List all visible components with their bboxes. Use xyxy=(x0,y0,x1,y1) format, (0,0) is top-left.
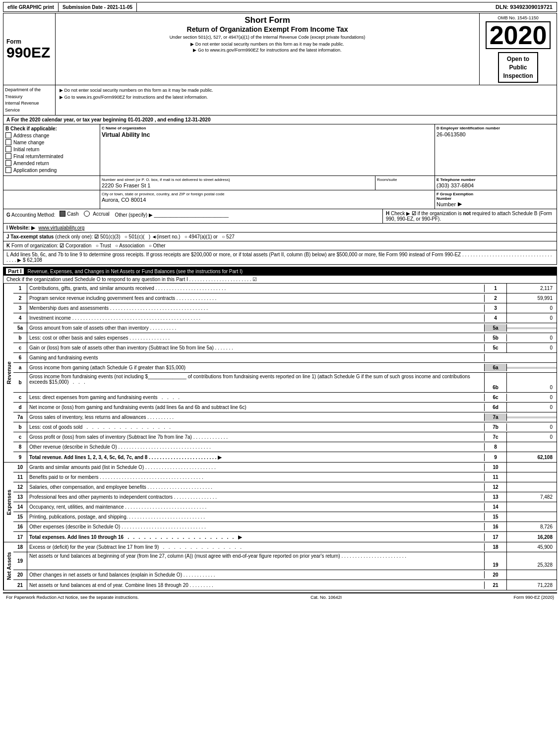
group-exemption-label: F Group Exemption Number xyxy=(436,192,555,201)
line-6c-ref: 6c xyxy=(485,394,507,401)
line-15-amount xyxy=(507,516,557,518)
line-9-row: 9 Total revenue. Add lines 1, 2, 3, 4, 5… xyxy=(13,452,557,462)
line-6b-desc: Gross income from fundraising events (no… xyxy=(27,373,485,392)
line-6b-ref: 6b xyxy=(485,373,507,392)
address-label: Number and street (or P. O. box, if mail… xyxy=(102,177,373,182)
line-16-num: 16 xyxy=(13,522,27,531)
line-18-row: 18 Excess or (deficit) for the year (Sub… xyxy=(13,542,557,552)
page: efile GRAPHIC print Submission Date - 20… xyxy=(0,0,560,603)
check-initial-return[interactable]: Initial return xyxy=(5,146,98,152)
line-4-ref: 4 xyxy=(485,313,507,323)
under-section: Under section 501(c), 527, or 4947(a)(1)… xyxy=(60,35,475,40)
check-amended-return[interactable]: Amended return xyxy=(5,160,98,166)
line-5a-row: 5a Gross amount from sale of assets othe… xyxy=(13,323,557,333)
dept-info: Department of theTreasuryInternal Revenu… xyxy=(3,85,56,115)
line-9-desc: Total revenue. Add lines 1, 2, 3, 4, 5c,… xyxy=(27,454,485,461)
ein-value: 26-0613580 xyxy=(436,130,555,137)
line-18-ref: 18 xyxy=(485,542,507,552)
net-assets-side-label: Net Assets xyxy=(3,542,13,590)
line-3-amount: 0 xyxy=(507,304,557,312)
line-1-num: 1 xyxy=(13,284,27,293)
ein-label: D Employer identification number xyxy=(436,126,555,130)
checkbox-amended-return[interactable] xyxy=(5,160,11,166)
line-21-num: 21 xyxy=(13,580,27,590)
line-17-ref: 17 xyxy=(485,532,507,542)
expenses-section: Expenses 10 Grants and similar amounts p… xyxy=(3,463,557,542)
address-value: 2220 So Fraser St 1 xyxy=(102,182,373,188)
ssn-info-line: ▶ Do not enter social security numbers o… xyxy=(60,87,553,94)
line-1-amount: 2,117 xyxy=(507,285,557,292)
line-12-desc: Salaries, other compensation, and employ… xyxy=(27,483,485,491)
checkbox-address-change[interactable] xyxy=(5,132,11,138)
line-19-row: 19 Net assets or fund balances at beginn… xyxy=(13,552,557,570)
line-16-ref: 16 xyxy=(485,522,507,531)
line-7b-ref: 7b xyxy=(485,423,507,431)
line-13-ref: 13 xyxy=(485,492,507,502)
line-9-amount: 62,108 xyxy=(507,454,557,461)
line-6c-num: c xyxy=(13,393,27,402)
line-2-row: 2 Program service revenue including gove… xyxy=(13,293,557,303)
line-21-amount: 71,228 xyxy=(507,582,557,589)
ssn-warning: ▶ Do not enter social security numbers o… xyxy=(60,42,475,47)
line-12-amount xyxy=(507,486,557,488)
line-6a-desc: Gross income from gaming (attach Schedul… xyxy=(27,364,485,371)
line-6d-ref: 6d xyxy=(485,403,507,412)
checkbox-application-pending[interactable] xyxy=(5,167,11,173)
check-address-change[interactable]: Address change xyxy=(5,132,98,138)
line-14-row: 14 Occupancy, rent, utilities, and maint… xyxy=(13,502,557,512)
line-14-num: 14 xyxy=(13,502,27,512)
line-7b-num: b xyxy=(13,422,27,432)
check-application-pending[interactable]: Application pending xyxy=(5,167,98,173)
checkbox-name-change[interactable] xyxy=(5,139,11,145)
line-7b-row: b Less: cost of goods sold . . . . . . .… xyxy=(13,422,557,432)
check-name-change[interactable]: Name change xyxy=(5,139,98,145)
line-6d-row: d Net income or (loss) from gaming and f… xyxy=(13,403,557,412)
line-21-desc: Net assets or fund balances at end of ye… xyxy=(27,582,485,589)
line-8-amount xyxy=(507,446,557,448)
line-6b-row: b Gross income from fundraising events (… xyxy=(13,373,557,393)
k-section: K Form of organization: ☑ Corporation ○ … xyxy=(3,241,557,250)
line-16-row: 16 Other expenses (describe in Schedule … xyxy=(13,522,557,532)
line-6-header: 6 Gaming and fundraising events xyxy=(13,353,557,363)
cash-checkbox[interactable] xyxy=(60,211,65,217)
goto-info-line: ▶ Go to www.irs.gov/Form990EZ for instru… xyxy=(60,94,553,101)
line-8-num: 8 xyxy=(13,442,27,452)
line-17-row: 17 Total expenses. Add lines 10 through … xyxy=(13,532,557,542)
line-5a-amount xyxy=(507,327,557,329)
footer-form-ref: Form 990-EZ (2020) xyxy=(513,595,554,600)
line-7b-desc: Less: cost of goods sold . . . . . . . .… xyxy=(27,423,485,431)
line-18-num: 18 xyxy=(13,542,27,552)
line-4-desc: Investment income . . . . . . . . . . . … xyxy=(27,314,485,322)
line-6d-num: d xyxy=(13,403,27,412)
accrual-radio[interactable] xyxy=(84,211,90,217)
g-section: G Accounting Method: Cash Accrual Other … xyxy=(3,209,383,223)
omb-number: OMB No. 1545-1150 xyxy=(498,15,539,20)
line-1-desc: Contributions, gifts, grants, and simila… xyxy=(27,285,485,292)
line-5c-row: c Gain or (loss) from sale of assets oth… xyxy=(13,343,557,353)
line-12-row: 12 Salaries, other compensation, and emp… xyxy=(13,482,557,492)
submission-date: Submission Date - 2021-11-05 xyxy=(59,3,137,11)
line-18-desc: Excess or (deficit) for the year (Subtra… xyxy=(27,543,485,551)
check-final-return[interactable]: Final return/terminated xyxy=(5,153,98,159)
line-7c-ref: 7c xyxy=(485,432,507,442)
line-15-num: 15 xyxy=(13,512,27,522)
checkbox-final-return[interactable] xyxy=(5,153,11,159)
line-1-row: 1 Contributions, gifts, grants, and simi… xyxy=(13,284,557,293)
tax-exempt-section: J Tax-exempt status (check only one): ☑ … xyxy=(3,233,557,241)
line-7b-amount: 0 xyxy=(507,423,557,431)
line-7a-row: 7a Gross sales of inventory, less return… xyxy=(13,412,557,422)
line-20-num: 20 xyxy=(13,570,27,580)
line-1-ref: 1 xyxy=(485,284,507,293)
line-4-row: 4 Investment income . . . . . . . . . . … xyxy=(13,313,557,323)
line-7a-num: 7a xyxy=(13,412,27,422)
checkbox-initial-return[interactable] xyxy=(5,146,11,152)
footer-cat-no: Cat. No. 10642I xyxy=(311,595,342,600)
line-5a-desc: Gross amount from sale of assets other t… xyxy=(27,324,485,332)
line-9-ref: 9 xyxy=(485,452,507,462)
line-2-amount: 59,991 xyxy=(507,294,557,302)
line-2-num: 2 xyxy=(13,293,27,303)
line-16-desc: Other expenses (describe in Schedule O) … xyxy=(27,523,485,530)
line-11-row: 11 Benefits paid to or for members . . .… xyxy=(13,472,557,482)
line-8-desc: Other revenue (describe in Schedule O) .… xyxy=(27,443,485,451)
line-6c-amount: 0 xyxy=(507,394,557,401)
